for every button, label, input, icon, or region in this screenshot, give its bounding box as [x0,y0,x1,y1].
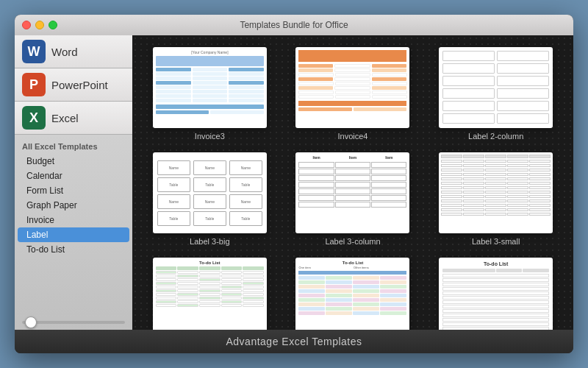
content-area: [Your Company Name] [132,35,573,330]
template-item-label3small[interactable]: Label 3-small [430,152,562,246]
template-label-label3big: Label 3-big [190,237,229,246]
template-thumb-label3col: Item Item Item [295,152,409,233]
slider-thumb[interactable] [25,316,37,328]
sidebar-nav: All Excel Templates Budget Calendar Form… [15,135,132,315]
sidebar-item-invoice[interactable]: Invoice [15,213,132,227]
sidebar-slider [15,315,132,330]
template-label-invoice4: Invoice4 [338,132,368,141]
excel-label: Excel [51,112,79,124]
template-thumb-todo3: To-do List [439,258,553,330]
maximize-button[interactable] [49,21,57,29]
template-thumb-invoice3: [Your Company Name] [153,47,267,128]
sidebar-item-calendar[interactable]: Calendar [15,169,132,183]
sidebar-item-formlist[interactable]: Form List [15,183,132,198]
template-thumb-label3big: Name Name Name Table Table Table Name [153,152,267,233]
sidebar-item-todolist[interactable]: To-do List [15,242,132,257]
word-icon: W [22,40,46,63]
close-button[interactable] [22,21,31,29]
powerpoint-icon: P [22,73,46,96]
template-item-label3col[interactable]: Item Item Item [287,152,419,246]
word-label: Word [51,46,78,58]
titlebar: Templates Bundle for Office [15,15,573,35]
word-button[interactable]: W Word [15,35,132,68]
app-window: Templates Bundle for Office W Word P Pow… [15,15,573,353]
nav-section-title: All Excel Templates [15,139,132,154]
excel-button[interactable]: X Excel [15,102,132,135]
template-thumb-invoice4 [295,47,409,128]
template-item-todo3[interactable]: To-do List [430,258,562,330]
template-thumb-todo2: To-do List One item Other items [295,258,409,330]
traffic-lights [22,21,57,29]
template-item-invoice3[interactable]: [Your Company Name] [144,47,276,141]
sidebar-item-label[interactable]: Label [18,227,129,242]
template-item-label3big[interactable]: Name Name Name Table Table Table Name [144,152,276,246]
template-item-todo2[interactable]: To-do List One item Other items [287,258,419,330]
slider-track[interactable] [22,321,125,324]
excel-icon: X [22,106,46,130]
footer-bar: Advantage Excel Templates [15,330,573,353]
template-thumb-label3small [439,152,553,233]
template-item-invoice4[interactable]: Invoice4 [287,47,419,141]
template-item-todo1[interactable]: To-do List [144,258,276,330]
template-label-label3col: Label 3-column [325,237,380,246]
template-thumb-label2col [439,47,553,128]
main-area: W Word P PowerPoint X Excel All Excel Te… [15,35,573,330]
footer-text: Advantage Excel Templates [226,336,362,347]
template-label-label3small: Label 3-small [472,237,520,246]
window-title: Templates Bundle for Office [240,20,348,30]
template-thumb-todo1: To-do List [153,258,267,330]
template-item-label2col[interactable]: Label 2-column [430,47,562,141]
template-label-invoice3: Invoice3 [195,132,225,141]
sidebar: W Word P PowerPoint X Excel All Excel Te… [15,35,132,330]
template-grid: [Your Company Name] [144,47,562,330]
powerpoint-button[interactable]: P PowerPoint [15,68,132,102]
sidebar-item-budget[interactable]: Budget [15,154,132,169]
minimize-button[interactable] [35,21,44,29]
powerpoint-label: PowerPoint [51,79,108,91]
template-label-label2col: Label 2-column [468,132,523,141]
sidebar-item-graphpaper[interactable]: Graph Paper [15,198,132,213]
